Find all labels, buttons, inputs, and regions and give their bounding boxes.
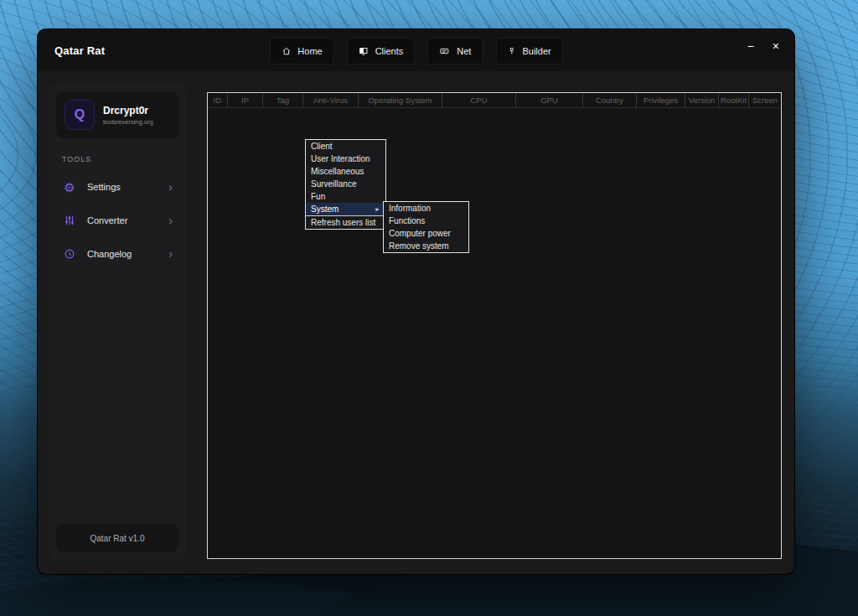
menu-item-miscellaneous[interactable]: Miscellaneous — [306, 165, 385, 178]
menu-item-label: Information — [389, 202, 431, 215]
sidebar-item-changelog[interactable]: Changelog › — [49, 237, 186, 271]
menu-item-label: User Interaction — [311, 153, 370, 165]
clients-icon — [359, 46, 369, 56]
menu-item-label: Fun — [311, 190, 325, 203]
version-footer: Qatar Rat v1.0 — [56, 524, 178, 552]
column-header-tag[interactable]: Tag — [263, 93, 303, 107]
home-button[interactable]: Home — [269, 38, 333, 65]
sidebar-item-label: Settings — [87, 182, 158, 192]
net-button[interactable]: Net — [427, 38, 483, 65]
sidebar-item-label: Converter — [87, 215, 158, 225]
builder-icon — [507, 46, 515, 56]
chevron-right-icon: › — [168, 180, 173, 194]
column-header-gpu[interactable]: GPU — [516, 93, 583, 107]
close-button[interactable]: × — [773, 40, 779, 52]
menu-item-label: Surveillance — [311, 178, 356, 190]
submenu-item-functions[interactable]: Functions — [384, 215, 468, 227]
app-title: Qatar Rat — [54, 44, 105, 57]
window-controls: − × — [747, 40, 779, 52]
top-nav: Home Clients Net Builder — [269, 38, 562, 65]
system-submenu: Information Functions Computer power Rem… — [383, 201, 469, 253]
sidebar-item-converter[interactable]: Converter › — [49, 204, 186, 237]
tools-section-label: TOOLS — [62, 155, 173, 163]
clients-listview: ID IP Tag Anti-Virus Operating System CP… — [207, 92, 782, 559]
column-header-id[interactable]: ID — [208, 93, 228, 107]
menu-item-label: System — [311, 203, 339, 215]
sidebar: Q Drcrypt0r toolsreversing.org TOOLS ⚙ S… — [49, 84, 186, 560]
table-header: ID IP Tag Anti-Virus Operating System CP… — [208, 93, 781, 108]
column-header-cpu[interactable]: CPU — [442, 93, 516, 107]
column-header-screen[interactable]: Screen — [749, 93, 781, 107]
menu-item-system[interactable]: System ► — [306, 203, 385, 215]
column-header-version[interactable]: Version — [685, 93, 719, 107]
column-header-ip[interactable]: IP — [228, 93, 263, 107]
minimize-button[interactable]: − — [747, 40, 754, 52]
net-button-label: Net — [457, 46, 471, 56]
context-menu: Client User Interaction Miscellaneous Su… — [305, 139, 386, 230]
sidebar-item-label: Changelog — [87, 249, 158, 259]
column-header-rootkit[interactable]: RootKit — [719, 93, 749, 107]
avatar: Q — [65, 100, 95, 130]
submenu-arrow-icon: ► — [375, 203, 380, 215]
column-header-privileges[interactable]: Privileges — [637, 93, 685, 107]
clients-button-label: Clients — [375, 46, 404, 56]
menu-item-label: Client — [311, 140, 333, 153]
menu-item-label: Miscellaneous — [311, 165, 364, 178]
menu-item-label: Functions — [389, 215, 425, 227]
column-header-antivirus[interactable]: Anti-Virus — [303, 93, 359, 107]
clients-button[interactable]: Clients — [347, 38, 416, 65]
profile-subtitle: toolsreversing.org — [103, 118, 153, 126]
home-button-label: Home — [297, 46, 322, 56]
chevron-right-icon: › — [168, 214, 173, 227]
menu-item-user-interaction[interactable]: User Interaction — [306, 153, 385, 165]
column-header-os[interactable]: Operating System — [359, 93, 442, 107]
builder-button[interactable]: Builder — [495, 38, 562, 65]
profile-card: Q Drcrypt0r toolsreversing.org — [56, 91, 178, 138]
submenu-item-computer-power[interactable]: Computer power — [384, 227, 468, 240]
chevron-right-icon: › — [168, 247, 173, 261]
sliders-icon — [62, 215, 77, 226]
app-window: Qatar Rat Home Clients Net — [38, 29, 794, 574]
menu-item-label: Computer power — [389, 227, 451, 240]
menu-item-fun[interactable]: Fun — [306, 190, 385, 203]
submenu-item-remove-system[interactable]: Remove system — [384, 240, 468, 252]
net-icon — [439, 46, 450, 56]
menu-item-client[interactable]: Client — [306, 140, 385, 153]
sidebar-item-settings[interactable]: ⚙ Settings › — [49, 170, 186, 204]
titlebar: Qatar Rat Home Clients Net — [38, 29, 794, 71]
menu-item-refresh-users-list[interactable]: Refresh users list — [306, 216, 385, 229]
profile-name: Drcrypt0r — [103, 105, 153, 116]
home-icon — [281, 46, 291, 56]
column-header-country[interactable]: Country — [583, 93, 637, 107]
submenu-item-information[interactable]: Information — [384, 202, 468, 215]
menu-item-label: Remove system — [389, 240, 449, 252]
gear-icon: ⚙ — [62, 181, 77, 194]
builder-button-label: Builder — [522, 46, 550, 56]
menu-item-label: Refresh users list — [311, 216, 375, 229]
history-clock-icon — [62, 248, 77, 260]
menu-item-surveillance[interactable]: Surveillance — [306, 178, 385, 190]
